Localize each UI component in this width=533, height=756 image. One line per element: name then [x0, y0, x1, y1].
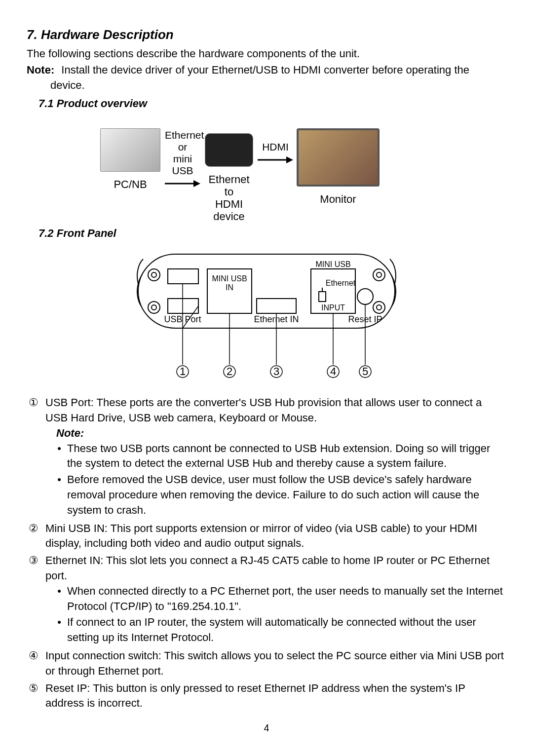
mini-usb-top-label: MINI USB: [315, 260, 350, 268]
converter-device-icon: [205, 133, 253, 167]
front-panel-item-list: ① USB Port: These ports are the converte…: [27, 395, 506, 711]
list-item: ④ Input connection switch: This switch a…: [27, 648, 506, 679]
bullet-icon: •: [55, 584, 63, 614]
bullet-icon: •: [55, 441, 63, 472]
list-item: ① USB Port: These ports are the converte…: [27, 395, 506, 519]
item-text: Input connection switch: This switch all…: [45, 649, 504, 677]
sub-71-title: 7.1 Product overview: [38, 96, 506, 112]
bullet-list: •These two USB ports cannont be connecte…: [55, 441, 506, 518]
svg-marker-1: [193, 180, 200, 187]
item-text: Mini USB IN: This port supports extensio…: [45, 522, 477, 550]
product-overview-diagram: PC/NB Ethernet or mini USB Ethernet to H…: [99, 114, 434, 223]
svg-text:4: 4: [330, 365, 336, 378]
item-text: Ethernet IN: This slot lets you connect …: [45, 554, 490, 582]
bullet-text: When connected directly to a PC Ethernet…: [67, 584, 506, 614]
arrow1-text-top: Ethernet or: [165, 129, 204, 152]
bullet-icon: •: [55, 615, 63, 645]
arrow-icon: Ethernet or mini USB: [165, 129, 200, 189]
list-item: ⑤ Reset IP: This button is only pressed …: [27, 681, 506, 712]
arrow-icon: HDMI: [258, 129, 293, 165]
document-page: 7. Hardware Description The following se…: [0, 0, 533, 755]
install-note: Note: Install the device driver of your …: [50, 63, 506, 93]
device-label-1: Ethernet to: [208, 173, 249, 198]
svg-text:1: 1: [180, 365, 186, 378]
intro-text: The following sections describe the hard…: [27, 46, 506, 62]
pc-label: PC/NB: [99, 178, 162, 190]
svg-text:5: 5: [362, 365, 368, 378]
item-number: ②: [27, 521, 40, 552]
item-text: Reset IP: This button is only pressed to…: [45, 682, 465, 710]
front-panel-diagram: MINI USBIN MINI USB Ethernet INPUT USB P…: [27, 244, 506, 387]
bullet-text: If connect to an IP router, the system w…: [67, 615, 506, 645]
monitor-icon: [297, 128, 380, 187]
device-label-2: HDMI device: [213, 198, 245, 223]
item-number: ③: [27, 553, 40, 646]
item-number: ⑤: [27, 681, 40, 712]
input-label: INPUT: [321, 303, 345, 312]
note-text: Install the device driver of your Ethern…: [50, 64, 469, 91]
ethernet-label: Ethernet: [326, 279, 356, 287]
nested-note-label: Note:: [56, 426, 506, 441]
note-label: Note:: [27, 64, 58, 76]
bullet-text: These two USB ports cannont be connected…: [67, 441, 506, 472]
item-number: ①: [27, 395, 40, 519]
item-text: USB Port: These ports are the converter'…: [45, 396, 482, 424]
page-number: 4: [27, 721, 506, 735]
monitor-label: Monitor: [296, 193, 380, 205]
bullet-list: •When connected directly to a PC Etherne…: [55, 584, 506, 645]
bullet-icon: •: [55, 472, 63, 518]
svg-text:2: 2: [227, 365, 232, 378]
svg-text:3: 3: [273, 365, 279, 378]
section-title: 7. Hardware Description: [27, 26, 506, 43]
arrow2-text: HDMI: [262, 141, 289, 152]
bullet-text: Before removed the USB device, user must…: [67, 472, 506, 518]
laptop-icon: [100, 128, 160, 172]
arrow1-text-bot: mini USB: [172, 153, 193, 176]
list-item: ③ Ethernet IN: This slot lets you connec…: [27, 553, 506, 646]
item-number: ④: [27, 648, 40, 679]
sub-72-title: 7.2 Front Panel: [38, 226, 506, 241]
list-item: ② Mini USB IN: This port supports extens…: [27, 521, 506, 552]
svg-marker-3: [286, 156, 293, 163]
